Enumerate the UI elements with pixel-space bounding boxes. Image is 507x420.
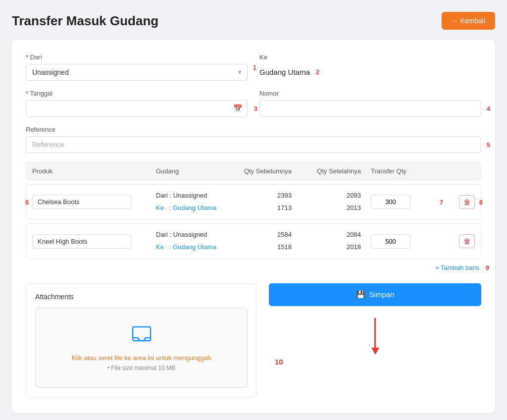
step6-badge: 6 <box>25 198 29 206</box>
main-card: * Dari Unassigned ▼ 1 Ke Gudang Utama 2 … <box>12 40 495 413</box>
transfer-qty-cell-1: 7 <box>371 195 435 209</box>
step3-badge: 3 <box>254 105 257 112</box>
nomor-label: Nomor <box>259 90 481 97</box>
dari-select[interactable]: Unassigned <box>26 64 248 81</box>
save-icon: 💾 <box>356 290 365 299</box>
upload-text: Klik atau seret file ke area ini untuk m… <box>46 354 237 362</box>
delete-button-1[interactable]: 🗑 <box>459 195 475 209</box>
step2-badge: 2 <box>316 68 319 76</box>
tanggal-input[interactable]: 01/07/2020 <box>26 100 248 117</box>
save-section: 💾 Simpan 10 <box>269 283 481 397</box>
table-row: 6 Dari : Unassigned Ke : Gudang Utama 23… <box>26 184 481 219</box>
upload-icon <box>46 324 237 350</box>
transfer-qty-input-2[interactable] <box>371 234 410 249</box>
qty-sebelumnya-2: 2584 1518 <box>232 229 302 253</box>
col-actions <box>435 167 475 175</box>
product-input-2[interactable] <box>32 234 131 249</box>
col-gudang: Gudang <box>156 167 232 175</box>
step1-badge: 1 <box>253 63 256 71</box>
red-arrow <box>371 318 379 355</box>
upload-area[interactable]: Klik atau seret file ke area ini untuk m… <box>35 308 248 388</box>
col-qty-seb: Qty Sebelumnya <box>232 167 302 175</box>
svg-rect-0 <box>133 327 151 341</box>
transfer-qty-input-1[interactable] <box>371 195 410 209</box>
delete-button-2[interactable]: 🗑 <box>459 234 475 248</box>
page-title: Transfer Masuk Gudang <box>12 13 158 29</box>
qty-sebelumnya-1: 2393 1713 <box>232 190 302 214</box>
nomor-input[interactable]: WT/00006 <box>259 100 481 117</box>
action-cell-2: 🗑 <box>435 234 475 248</box>
ke-value: Gudang Utama <box>259 64 310 80</box>
qty-setelahnya-2: 2084 2018 <box>302 229 371 253</box>
attachments-section: Attachments Klik atau seret file ke area… <box>26 283 257 397</box>
col-produk: Produk <box>32 167 156 175</box>
attachments-title: Attachments <box>35 293 248 301</box>
reference-label: Reference <box>26 126 481 133</box>
table-row: Dari : Unassigned Ke : Gudang Utama 2584… <box>26 223 481 259</box>
col-transfer-qty: Transfer Qty <box>371 167 435 175</box>
upload-limit: • File size maximal 10 MB <box>46 365 237 371</box>
step5-badge: 5 <box>487 141 490 149</box>
qty-setelahnya-1: 2093 2013 <box>302 190 371 214</box>
col-qty-set: Qty Setelahnya <box>302 167 371 175</box>
step4-badge: 4 <box>487 105 490 112</box>
arrow-annotation <box>269 314 481 355</box>
dari-label: * Dari <box>26 53 248 61</box>
gudang-cell-1: Dari : Unassigned Ke : Gudang Utama <box>156 190 232 214</box>
tambah-baris-button[interactable]: + Tambah baris <box>435 264 479 271</box>
reference-input[interactable] <box>26 136 481 153</box>
back-button[interactable]: ← Kembali <box>442 12 495 30</box>
table-header: Produk Gudang Qty Sebelumnya Qty Setelah… <box>26 162 481 180</box>
simpan-button[interactable]: 💾 Simpan <box>269 283 481 306</box>
gudang-cell-2: Dari : Unassigned Ke : Gudang Utama <box>156 229 232 253</box>
tanggal-label: * Tanggal <box>26 90 248 97</box>
step8-badge: 8 <box>479 198 483 206</box>
ke-label: Ke <box>259 53 481 61</box>
step9-badge: 9 <box>486 264 489 271</box>
action-cell-1: 🗑 8 <box>435 195 475 209</box>
transfer-qty-cell-2 <box>371 234 435 249</box>
items-table: Produk Gudang Qty Sebelumnya Qty Setelah… <box>26 162 481 271</box>
step10-badge: 10 <box>275 358 283 366</box>
product-input-1[interactable] <box>32 195 131 209</box>
